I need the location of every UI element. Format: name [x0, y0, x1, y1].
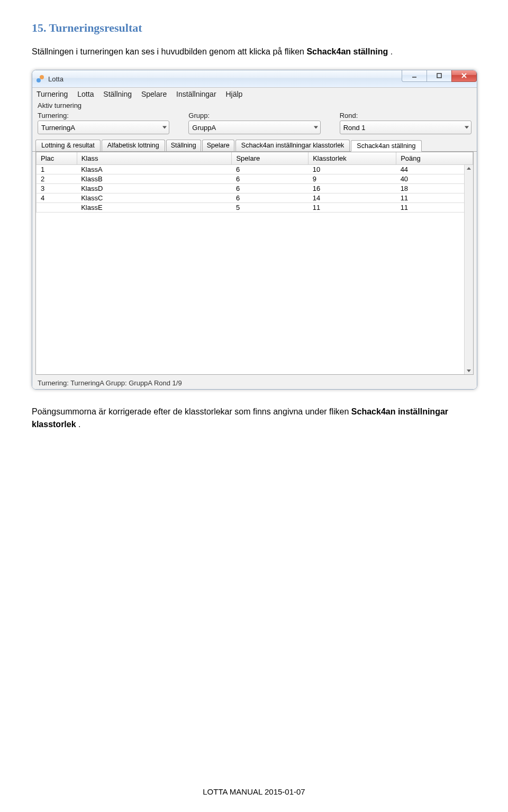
app-window: Lotta Turnering Lotta Ställning Spelare … [32, 70, 477, 390]
turnering-value: TurneringA [41, 124, 75, 132]
cell-klass: KlassB [77, 174, 232, 184]
tab-alfabetisk-lottning[interactable]: Alfabetisk lottning [102, 140, 165, 151]
cell-klasstorlek: 14 [309, 193, 396, 203]
tab-schack4an-stallning[interactable]: Schack4an ställning [351, 140, 421, 152]
cell-poang: 11 [396, 193, 473, 203]
vertical-scrollbar[interactable] [464, 165, 473, 374]
p1-text-b: . [391, 47, 393, 56]
window-buttons [402, 70, 477, 82]
app-icon [35, 74, 45, 84]
app-title: Lotta [48, 75, 64, 83]
cell-spelare: 6 [232, 174, 309, 184]
chevron-down-icon [162, 126, 167, 129]
cell-spelare: 6 [232, 165, 309, 174]
col-spelare[interactable]: Spelare [232, 152, 309, 165]
menu-hjalp[interactable]: Hjälp [225, 90, 242, 98]
section-heading: 15. Turneringsresultat [32, 21, 476, 35]
menu-stallning[interactable]: Ställning [103, 90, 132, 98]
cell-plac: 4 [37, 193, 77, 203]
cell-plac: 2 [37, 174, 77, 184]
menu-spelare[interactable]: Spelare [141, 90, 167, 98]
col-plac[interactable]: Plac [37, 152, 77, 165]
tab-schack4an-klasstorlek[interactable]: Schack4an inställningar klasstorlek [235, 140, 350, 151]
cell-klasstorlek: 16 [309, 184, 396, 193]
menu-lotta[interactable]: Lotta [77, 90, 94, 98]
p1-text-a: Ställningen i turneringen kan ses i huvu… [32, 47, 306, 56]
results-grid: Plac Klass Spelare Klasstorlek Poäng 1Kl… [35, 152, 474, 375]
table-row[interactable]: KlassE51111 [37, 203, 473, 213]
cell-klasstorlek: 11 [309, 203, 396, 213]
cell-plac: 1 [37, 165, 77, 174]
statusbar: Turnering: TurneringA Grupp: GruppA Rond… [32, 377, 477, 389]
cell-klass: KlassC [77, 193, 232, 203]
col-klasstorlek[interactable]: Klasstorlek [309, 152, 396, 165]
active-tournament-label: Aktiv turnering [32, 100, 477, 110]
cell-poang: 18 [396, 184, 473, 193]
cell-spelare: 6 [232, 193, 309, 203]
cell-poang: 11 [396, 203, 473, 213]
chevron-down-icon [314, 126, 318, 129]
svg-point-1 [40, 75, 44, 79]
table-row[interactable]: 1KlassA61044 [37, 165, 473, 174]
cell-poang: 40 [396, 174, 473, 184]
col-klass[interactable]: Klass [77, 152, 232, 165]
rond-label: Rond: [340, 112, 471, 119]
chevron-down-icon [465, 126, 469, 129]
svg-rect-3 [437, 73, 441, 78]
page-footer: LOTTA MANUAL 2015-01-07 [0, 787, 508, 796]
tab-stallning[interactable]: Ställning [166, 140, 201, 151]
cell-poang: 44 [396, 165, 473, 174]
cell-klasstorlek: 10 [309, 165, 396, 174]
p2-text-a: Poängsummorna är korrigerade efter de kl… [32, 407, 351, 416]
cell-spelare: 5 [232, 203, 309, 213]
cell-plac: 3 [37, 184, 77, 193]
grupp-value: GruppA [192, 124, 216, 132]
scroll-down-icon [467, 370, 471, 372]
p2-text-b: . [78, 420, 80, 429]
cell-plac [37, 203, 77, 213]
minimize-button[interactable] [402, 70, 427, 82]
svg-point-0 [37, 78, 41, 82]
intro-paragraph-1: Ställningen i turneringen kan ses i huvu… [32, 45, 476, 58]
rond-value: Rond 1 [343, 124, 366, 132]
tab-lottning-resultat[interactable]: Lottning & resultat [35, 140, 101, 151]
cell-klass: KlassE [77, 203, 232, 213]
grupp-combo[interactable]: GruppA [188, 121, 320, 134]
cell-klass: KlassA [77, 165, 232, 174]
selectors-row: Turnering: TurneringA Grupp: GruppA Rond… [32, 110, 477, 137]
turnering-combo[interactable]: TurneringA [38, 121, 169, 134]
maximize-button[interactable] [427, 70, 452, 82]
menubar: Turnering Lotta Ställning Spelare Instäl… [32, 88, 477, 100]
cell-klasstorlek: 9 [309, 174, 396, 184]
table-row[interactable]: 3KlassD61618 [37, 184, 473, 193]
client-area: Turnering Lotta Ställning Spelare Instäl… [32, 87, 477, 389]
close-button[interactable] [451, 70, 477, 82]
p1-text-bold: Schack4an ställning [306, 47, 388, 56]
table-row[interactable]: 2KlassB6940 [37, 174, 473, 184]
rond-combo[interactable]: Rond 1 [340, 121, 471, 134]
menu-installningar[interactable]: Inställningar [176, 90, 216, 98]
tabstrip: Lottning & resultat Alfabetisk lottning … [32, 137, 477, 152]
cell-spelare: 6 [232, 184, 309, 193]
scroll-up-icon [467, 167, 471, 170]
tab-spelare[interactable]: Spelare [202, 140, 234, 151]
grupp-label: Grupp: [188, 112, 320, 119]
menu-turnering[interactable]: Turnering [37, 90, 68, 98]
turnering-label: Turnering: [38, 112, 169, 119]
titlebar[interactable]: Lotta [32, 70, 477, 87]
intro-paragraph-2: Poängsummorna är korrigerade efter de kl… [32, 405, 476, 431]
col-poang[interactable]: Poäng [396, 152, 473, 165]
column-header-row: Plac Klass Spelare Klasstorlek Poäng [37, 152, 473, 165]
cell-klass: KlassD [77, 184, 232, 193]
table-row[interactable]: 4KlassC61411 [37, 193, 473, 203]
